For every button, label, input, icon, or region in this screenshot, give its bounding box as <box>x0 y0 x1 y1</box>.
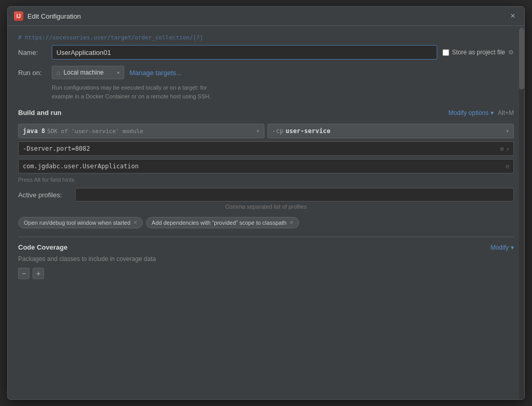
remove-button[interactable]: − <box>18 268 29 279</box>
name-label: Name: <box>18 49 47 56</box>
run-on-label: Run on: <box>18 69 47 77</box>
build-run-title: Build and run <box>18 109 62 117</box>
code-coverage-title: Code Coverage <box>18 243 67 251</box>
local-machine-text: Local machine <box>64 69 104 76</box>
active-profiles-label: Active profiles: <box>18 191 70 199</box>
modify-options-area: Modify options ▾ Alt+M <box>449 109 514 117</box>
scrollbar-thumb[interactable] <box>519 27 524 90</box>
profiles-hint: Comma separated list of profiles <box>18 204 514 210</box>
copy-icon[interactable]: ⊟ <box>506 163 509 170</box>
modify-options-label: Modify options <box>449 109 489 117</box>
build-run-section-header: Build and run Modify options ▾ Alt+M <box>18 109 514 119</box>
active-profiles-input[interactable] <box>75 188 514 201</box>
cp-dropdown-arrow-icon: ▾ <box>506 127 509 135</box>
app-icon: IJ <box>14 11 23 21</box>
code-coverage-header: Code Coverage Modify ▾ <box>18 243 514 251</box>
coverage-description: Packages and classes to include in cover… <box>18 255 514 263</box>
title-bar-left: IJ Edit Configuration <box>14 11 81 21</box>
tag-chip-open-window: Open run/debug tool window when started … <box>18 217 143 228</box>
manage-targets-link[interactable]: Manage targets... <box>129 69 182 77</box>
sdk-dropdown-arrow-icon: ▾ <box>256 127 260 135</box>
bg-url-hint: # https://socessories.user/target/order_… <box>18 34 514 41</box>
dialog-title: Edit Configuration <box>27 12 81 20</box>
home-icon: ⌂ <box>56 69 61 77</box>
title-bar: IJ Edit Configuration × <box>8 7 524 26</box>
store-project-file-checkbox[interactable] <box>442 49 449 56</box>
name-input[interactable] <box>52 45 437 60</box>
divider <box>18 237 514 237</box>
cp-dropdown[interactable]: -cp user-service ▾ <box>268 124 514 138</box>
code-coverage-modify-arrow-icon: ▾ <box>511 244 514 251</box>
local-machine-dropdown[interactable]: ⌂ Local machine ▾ <box>52 66 124 79</box>
edit-configuration-dialog: IJ Edit Configuration × # https://socess… <box>7 6 525 400</box>
tag-chip-open-window-close[interactable]: × <box>134 219 137 226</box>
close-button[interactable]: × <box>508 11 518 21</box>
expand-text-icon[interactable]: ⊞ <box>500 146 504 152</box>
sdk-cp-row: java 8 SDK of 'user-service' module ▾ -c… <box>18 124 514 138</box>
tag-chip-add-deps-close[interactable]: × <box>290 219 293 226</box>
store-project-row: Store as project file ⚙ <box>442 49 514 56</box>
run-on-row: Run on: ⌂ Local machine ▾ Manage targets… <box>18 66 514 79</box>
cp-value: user-service <box>286 127 331 135</box>
external-link-icon[interactable]: ↗ <box>506 146 509 152</box>
code-coverage-modify-label: Modify <box>491 244 509 251</box>
run-on-description: Run configurations may be executed local… <box>52 83 514 100</box>
remove-icon: − <box>22 269 26 278</box>
store-project-file-checkbox-container[interactable]: Store as project file <box>442 49 505 56</box>
dialog-body: # https://socessories.user/target/order_… <box>8 26 524 287</box>
vm-options-field[interactable]: -Dserver.port=8082 ⊞ ↗ <box>18 141 514 156</box>
modify-options-shortcut: Alt+M <box>498 109 514 117</box>
modify-options-arrow-icon: ▾ <box>491 109 494 117</box>
main-class-field[interactable]: com.jgdabc.user.UserApplication ⊟ <box>18 159 514 173</box>
tag-chip-add-deps-label: Add dependencies with “provided” scope t… <box>152 220 287 226</box>
store-project-file-label: Store as project file <box>452 49 505 56</box>
modify-options-button[interactable]: Modify options ▾ <box>449 109 494 117</box>
add-remove-row: − + <box>18 268 514 279</box>
tag-chip-open-window-label: Open run/debug tool window when started <box>24 220 130 226</box>
sdk-prefix: java 8 <box>23 127 45 135</box>
tag-chip-add-deps: Add dependencies with “provided” scope t… <box>146 217 299 228</box>
cp-prefix: -cp <box>272 127 284 135</box>
dropdown-arrow-icon: ▾ <box>117 70 120 76</box>
vm-options-icons: ⊞ ↗ <box>500 146 509 152</box>
gear-icon[interactable]: ⚙ <box>508 49 514 56</box>
add-button[interactable]: + <box>33 268 44 279</box>
sdk-dropdown[interactable]: java 8 SDK of 'user-service' module ▾ <box>18 124 264 138</box>
main-class-value: com.jgdabc.user.UserApplication <box>23 163 139 170</box>
tags-row: Open run/debug tool window when started … <box>18 217 514 228</box>
active-profiles-row: Active profiles: <box>18 188 514 201</box>
main-class-row: com.jgdabc.user.UserApplication ⊟ <box>18 159 514 173</box>
vm-options-value: -Dserver.port=8082 <box>23 145 90 152</box>
field-hint-text: Press Alt for field hints <box>18 177 514 183</box>
vm-options-row: -Dserver.port=8082 ⊞ ↗ <box>18 141 514 156</box>
code-coverage-modify-button[interactable]: Modify ▾ <box>491 244 514 251</box>
add-icon: + <box>36 269 40 278</box>
main-class-icons: ⊟ <box>506 163 509 170</box>
sdk-suffix: SDK of 'user-service' module <box>47 128 143 135</box>
name-row: Name: Store as project file ⚙ <box>18 45 514 60</box>
